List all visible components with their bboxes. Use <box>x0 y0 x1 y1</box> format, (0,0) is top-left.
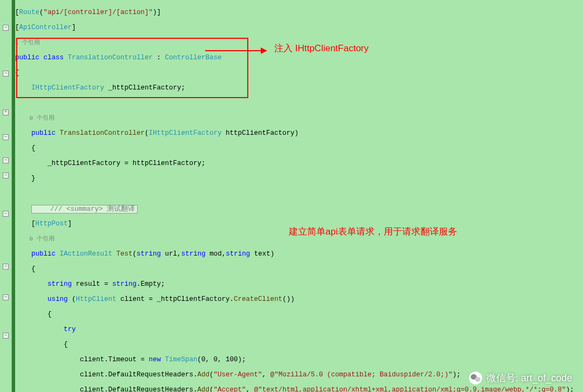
fold-icon[interactable]: − <box>3 333 9 339</box>
code-line <box>15 190 583 197</box>
code-line: [Route("api/[controller]/[action]")] <box>15 9 583 16</box>
annotation-label: 建立简单api表单请求，用于请求翻译服务 <box>289 228 457 236</box>
code-editor[interactable]: [Route("api/[controller]/[action]")] [Ap… <box>15 0 583 392</box>
code-lens[interactable]: 0 个引用 <box>15 114 583 122</box>
fold-icon[interactable]: − <box>3 294 9 300</box>
watermark-text: 微信号: art_of_code <box>486 374 572 382</box>
fold-icon[interactable]: − <box>3 71 9 77</box>
arrow <box>205 50 262 51</box>
fold-icon[interactable]: − <box>3 211 9 217</box>
code-line: client.Timeout = new TimeSpan(0, 0, 100)… <box>15 356 583 363</box>
code-line: /// <summary> 测试翻译 <box>15 205 583 212</box>
fold-icon[interactable]: − <box>3 157 9 163</box>
code-line: { <box>15 69 583 77</box>
fold-icon[interactable]: − <box>3 173 9 178</box>
annotation-label: 注入 IHttpClientFactory <box>274 45 369 52</box>
code-line: { <box>15 145 583 152</box>
code-line: public TranslationController(IHttpClient… <box>15 129 583 137</box>
code-line: } <box>15 175 583 182</box>
code-line: IHttpClientFactory _httpClientFactory; <box>15 84 583 92</box>
fold-icon[interactable]: − <box>3 25 9 31</box>
code-line: using (HttpClient client = _httpClientFa… <box>15 295 583 303</box>
code-line: try <box>15 326 583 333</box>
wechat-icon <box>469 372 482 384</box>
fold-icon[interactable]: − <box>3 264 9 270</box>
fold-icon[interactable]: − <box>3 134 9 140</box>
code-line: { <box>15 311 583 318</box>
fold-icon[interactable]: + <box>3 109 9 115</box>
code-line: { <box>15 341 583 348</box>
code-line: { <box>15 265 583 273</box>
watermark: 微信号: art_of_code <box>469 372 572 384</box>
code-line: public IActionResult Test(string url,str… <box>15 250 583 258</box>
code-line: string result = string.Empty; <box>15 280 583 288</box>
code-line <box>15 99 583 107</box>
arrow-head-icon <box>261 47 267 54</box>
code-line: _httpClientFactory = httpClientFactory; <box>15 160 583 167</box>
code-line: client.DefaultRequestHeaders.Add("Accept… <box>15 386 583 392</box>
code-line: public class TranslationController : Con… <box>15 54 583 61</box>
code-line: [ApiController] <box>15 24 583 31</box>
collapsed-summary[interactable]: /// <summary> 测试翻译 <box>31 205 138 214</box>
